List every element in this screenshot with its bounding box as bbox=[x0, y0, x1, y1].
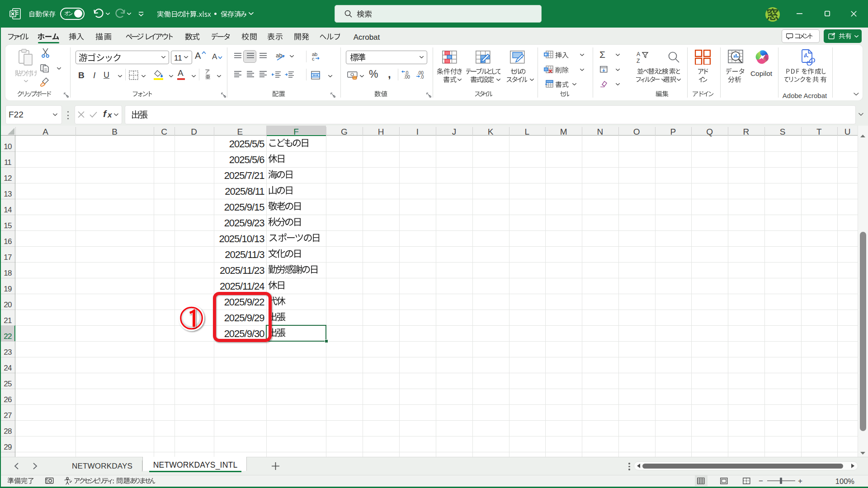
svg-text:.0: .0 bbox=[420, 75, 424, 79]
svg-text:c: c bbox=[312, 56, 315, 61]
svg-text:.00: .00 bbox=[404, 75, 410, 79]
svg-text:A: A bbox=[637, 51, 640, 57]
svg-text:Z: Z bbox=[637, 58, 640, 64]
